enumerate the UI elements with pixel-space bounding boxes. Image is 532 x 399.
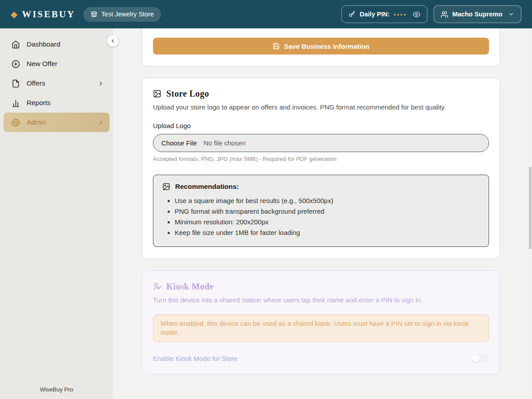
scrollbar-thumb[interactable] [529,167,532,249]
user-menu[interactable]: Macho Supremo [434,5,521,23]
sidebar-collapse-button[interactable] [107,35,119,47]
daily-pin-pill: Daily PIN: •••• [341,5,427,23]
sidebar-item-label: Offers [27,79,45,87]
layout: Dashboard New Offer Offers [0,28,532,399]
image-icon [162,183,170,191]
user-name: Macho Supremo [452,11,502,18]
file-format-helper: Accepted formats: PNG, JPG (max 5MB) - R… [153,156,489,162]
users-icon [441,11,448,18]
gear-icon [12,118,20,127]
chevron-right-icon [98,80,104,87]
store-icon [90,11,98,18]
toggle-knob [472,355,480,362]
logo-file-input[interactable]: Choose File No file chosen [153,134,489,152]
sidebar-item-label: Admin [27,118,46,126]
save-business-information-button[interactable]: Save Business Information [153,38,489,55]
sidebar-item-dashboard[interactable]: Dashboard [4,35,110,54]
kiosk-mode-description: Turn this device into a shared station w… [153,296,489,304]
plus-circle-icon [12,60,20,68]
sidebar-footer: WiseBuy Pro [0,386,113,393]
brand-name: WISEBUY [22,9,75,20]
choose-file-button[interactable]: Choose File [161,139,197,147]
kiosk-mode-title-text: Kiosk Mode [166,282,214,292]
home-icon [12,40,20,49]
kiosk-toggle-row: Enable Kiosk Mode for Store [153,354,489,363]
key-icon [348,11,356,18]
document-icon [12,79,20,88]
list-item: Keep file size under 1MB for faster load… [175,227,480,238]
save-icon [273,43,280,50]
header-right: Daily PIN: •••• Macho Supremo [341,5,521,23]
list-item: Use a square image for best results (e.g… [175,196,480,206]
daily-pin-label: Daily PIN: [360,11,390,18]
business-info-card: Save Business Information [142,28,500,66]
kiosk-toggle-label: Enable Kiosk Mode for Store [153,355,238,362]
sidebar-item-new-offer[interactable]: New Offer [4,54,110,74]
kiosk-mode-toggle[interactable] [471,354,489,363]
image-icon [153,90,161,98]
recommendations-title-text: Recommendations: [175,183,239,191]
recommendations-title: Recommendations: [162,183,480,191]
sidebar-item-label: Dashboard [27,40,60,48]
recommendations-list: Use a square image for best results (e.g… [162,196,480,238]
kiosk-mode-title: Kiosk Mode [153,282,489,292]
store-logo-card: Store Logo Upload your store logo to app… [142,78,500,259]
sidebar: Dashboard New Offer Offers [0,28,113,399]
brand: ◆ WISEBUY [11,9,75,20]
brand-diamond-icon: ◆ [11,10,17,19]
sidebar-item-admin[interactable]: Admin [4,113,110,132]
chevron-left-icon [110,38,116,44]
store-badge[interactable]: Test Jewelry Store [83,7,161,22]
scrollbar-track[interactable] [528,28,532,399]
list-item: Minimum resolution: 200x200px [175,217,480,227]
sidebar-item-label: New Offer [27,60,58,68]
daily-pin-dots: •••• [394,11,407,18]
top-bar: ◆ WISEBUY Test Jewelry Store Daily PIN: … [0,0,532,28]
save-button-label: Save Business Information [284,43,370,50]
sidebar-item-reports[interactable]: Reports [4,93,110,113]
kiosk-warning-note: When enabled, this device can be used as… [153,314,489,342]
store-badge-label: Test Jewelry Store [102,11,154,18]
reveal-pin-eye-icon[interactable] [413,11,420,18]
sidebar-nav: Dashboard New Offer Offers [0,28,113,132]
main-content: Save Business Information Store Logo Upl… [113,28,532,399]
recommendations-box: Recommendations: Use a square image for … [153,175,489,247]
upload-logo-label: Upload Logo [153,122,489,129]
user-key-icon [153,282,161,291]
content-column: Save Business Information Store Logo Upl… [142,28,500,374]
sidebar-item-offers[interactable]: Offers [4,74,110,93]
list-item: PNG format with transparent background p… [175,206,480,217]
bar-chart-icon [12,99,20,107]
sidebar-item-label: Reports [27,99,51,107]
store-logo-title-text: Store Logo [166,89,209,99]
chevron-right-icon [98,119,104,126]
chevron-down-icon [508,11,514,17]
kiosk-mode-card: Kiosk Mode Turn this device into a share… [142,270,500,374]
store-logo-description: Upload your store logo to appear on offe… [153,103,489,111]
file-chosen-status: No file chosen [203,139,246,147]
store-logo-title: Store Logo [153,89,489,99]
